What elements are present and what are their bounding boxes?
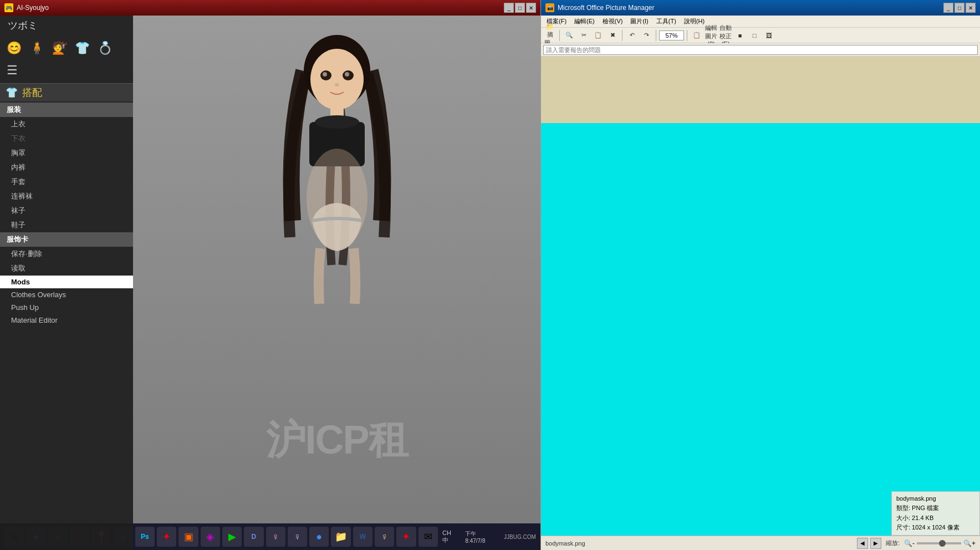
menu-item-tights[interactable]: 连裤袜 — [0, 189, 133, 203]
menu-help[interactable]: 說明(H) — [681, 16, 708, 27]
office-title-icon: 📷 — [545, 3, 554, 12]
sep3 — [656, 30, 656, 41]
taskbar-app9[interactable]: ▶ — [222, 527, 242, 547]
menu-item-material-editor[interactable]: Material Editor — [0, 314, 133, 327]
character-container — [254, 27, 420, 359]
menu-list: 服装 上衣 下衣 胸罩 内裤 手套 连裤袜 袜子 鞋子 服饰卡 保存·删除 读取… — [0, 103, 133, 550]
status-filename: bodymask.png — [545, 540, 585, 547]
nav-controls: ◀ ▶ — [857, 538, 881, 549]
maximize-button[interactable]: □ — [515, 3, 525, 13]
zoom-slider[interactable] — [917, 542, 961, 544]
office-toolbar: 📁摘圖... 🔍 ✂ 📋 ✖ ↶ ↷ 57% 📋 編輯圖片(0) 自動校正(E)… — [541, 28, 980, 43]
menu-item-load[interactable]: 读取 — [0, 261, 133, 276]
nav-icon-ring[interactable]: 💍 — [98, 41, 113, 55]
menu-item-clothes-overlays[interactable]: Clothes Overlays — [0, 288, 133, 301]
menu-item-save-delete[interactable]: 保存·删除 — [0, 247, 133, 261]
office-image-area: bodymask.png 類型: PNG 檔案 大小: 21.4 KB 尺寸: … — [541, 123, 980, 536]
menu-item-bra[interactable]: 胸罩 — [0, 146, 133, 160]
nav-icon-hair[interactable]: 💇 — [52, 41, 67, 55]
office-window-controls: _ □ ✕ — [943, 3, 976, 13]
section-cards-header: 服饰卡 — [0, 232, 133, 247]
info-size: 大小: 21.4 KB — [896, 513, 975, 523]
taskbar-mail[interactable]: ✉ — [418, 527, 438, 547]
office-menubar: 檔案(F) 編輯(E) 檢視(V) 圖片(I) 工具(T) 說明(H) — [541, 16, 980, 28]
zoom-thumb — [939, 540, 946, 547]
minimize-button[interactable]: _ — [504, 3, 514, 13]
toolbar-icons1[interactable]: ■ — [733, 29, 747, 42]
menu-item-push-up[interactable]: Push Up — [0, 301, 133, 314]
nav-icon-list[interactable]: ☰ — [7, 63, 18, 78]
menu-item-gloves[interactable]: 手套 — [0, 175, 133, 189]
zoom-minus-icon[interactable]: 🔍- — [904, 539, 915, 547]
zoom-slider-area: 🔍- 🔍+ — [904, 539, 976, 547]
sep1 — [559, 30, 560, 41]
lang-indicator: CH 中 — [442, 529, 458, 544]
sep4 — [687, 30, 687, 41]
svg-point-4 — [323, 72, 327, 77]
nav-next[interactable]: ▶ — [870, 538, 881, 549]
zoom-value: 57% — [659, 30, 684, 40]
toolbar-gedan[interactable]: 📁摘圖... — [543, 29, 557, 42]
taskbar-folder[interactable]: 📁 — [331, 527, 350, 547]
current-tab-header: 👕 搭配 — [0, 84, 133, 101]
toolbar-rotate-left[interactable]: ↶ — [625, 29, 639, 42]
office-title: Microsoft Office Picture Manager — [558, 4, 940, 12]
taskbar-word[interactable]: W — [353, 527, 372, 547]
menu-item-mods-header[interactable]: Mods — [0, 276, 133, 288]
version-label: JJBUG.COM — [504, 534, 536, 540]
office-search-bar — [541, 43, 980, 57]
taskbar-chrome2[interactable]: ● — [309, 527, 329, 547]
taskbar-photoshop[interactable]: Ps — [135, 527, 155, 547]
nav-icon-row: 😊 🧍 💇 👕 💍 ☰ — [0, 35, 133, 84]
info-filename: bodymask.png — [896, 494, 975, 504]
taskbar-avira[interactable]: ✦ — [396, 527, 416, 547]
nav-prev[interactable]: ◀ — [857, 538, 868, 549]
menu-item-shoes[interactable]: 鞋子 — [0, 218, 133, 232]
zoom-label: 縮放: — [886, 539, 900, 547]
taskbar-discord[interactable]: D — [244, 527, 263, 547]
taskbar-app7[interactable]: ▣ — [178, 527, 198, 547]
toolbar-rotate-right[interactable]: ↷ — [640, 29, 653, 42]
toolbar-zoom-in[interactable]: 🔍 — [563, 29, 576, 42]
section-clothes-header: 服装 — [0, 103, 133, 117]
nav-icon-face[interactable]: 😊 — [7, 41, 22, 55]
toolbar-icons3[interactable]: 🖼 — [762, 29, 775, 42]
taskbar-char1[interactable]: ♀ — [266, 527, 285, 547]
menu-item-panties[interactable]: 内裤 — [0, 160, 133, 175]
character-name: ツボミ — [0, 16, 133, 35]
menu-tools[interactable]: 工具(T) — [653, 16, 680, 27]
menu-edit[interactable]: 編輯(E) — [571, 16, 598, 27]
taskbar-flash[interactable]: ✦ — [157, 527, 176, 547]
toolbar-extra1[interactable]: 📋 — [690, 29, 703, 42]
nav-icon-body[interactable]: 🧍 — [29, 41, 44, 55]
character-svg — [254, 27, 420, 359]
taskbar-char3[interactable]: ♀ — [375, 527, 394, 547]
menu-item-bottom: 下衣 — [0, 131, 133, 146]
zoom-plus-icon[interactable]: 🔍+ — [963, 539, 976, 547]
toolbar-edit-pic[interactable]: 編輯圖片(0) — [705, 29, 718, 42]
office-close-button[interactable]: ✕ — [966, 3, 976, 13]
office-top-area — [541, 57, 980, 123]
office-minimize-button[interactable]: _ — [943, 3, 953, 13]
nav-icon-clothes[interactable]: 👕 — [75, 41, 90, 55]
info-box: bodymask.png 類型: PNG 檔案 大小: 21.4 KB 尺寸: … — [891, 491, 980, 536]
menu-picture[interactable]: 圖片(I) — [627, 16, 651, 27]
toolbar-auto[interactable]: 自動校正(E) — [719, 29, 732, 42]
taskbar-app8[interactable]: ◈ — [201, 527, 220, 547]
game-window: 🎮 AI-Syoujyo _ □ ✕ ツボミ 😊 🧍 💇 👕 💍 ☰ 👕 — [0, 0, 540, 550]
clock: 下午 8:47/7/8 — [465, 530, 497, 544]
office-statusbar: bodymask.png ◀ ▶ 縮放: 🔍- 🔍+ — [541, 536, 980, 550]
close-button[interactable]: ✕ — [526, 3, 536, 13]
menu-item-socks[interactable]: 袜子 — [0, 203, 133, 218]
svg-point-5 — [345, 72, 349, 77]
toolbar-icons2[interactable]: □ — [748, 29, 761, 42]
toolbar-copy[interactable]: 📋 — [591, 29, 605, 42]
toolbar-cut[interactable]: ✂ — [577, 29, 590, 42]
search-input[interactable] — [543, 45, 978, 55]
toolbar-delete[interactable]: ✖ — [606, 29, 619, 42]
menu-view[interactable]: 檢視(V) — [599, 16, 626, 27]
viewport: 沪ICP租 — [133, 16, 540, 550]
menu-item-top[interactable]: 上衣 — [0, 117, 133, 131]
taskbar-char2[interactable]: ♀ — [288, 527, 307, 547]
office-maximize-button[interactable]: □ — [955, 3, 964, 13]
